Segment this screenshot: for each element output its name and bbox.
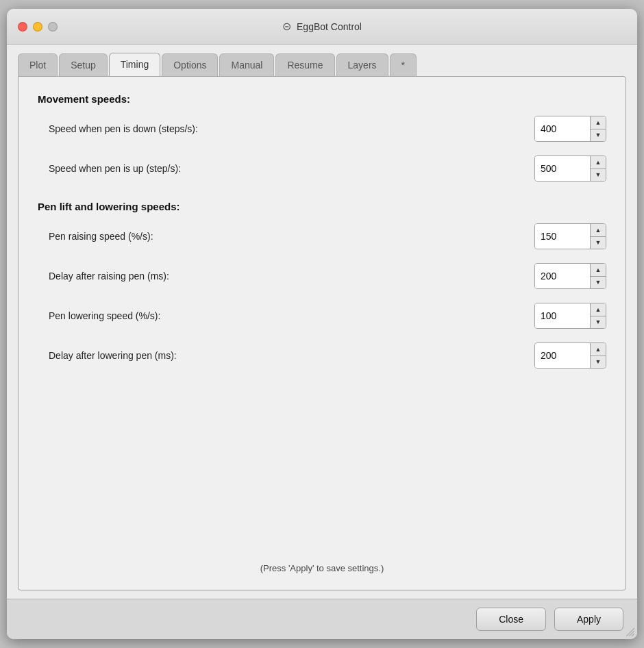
delay-lowering-spinner: ▲ ▼ xyxy=(534,342,606,369)
pen-lowering-speed-spinner: ▲ ▼ xyxy=(534,303,606,329)
app-window: ⊝ EggBot Control Plot Setup Timing Optio… xyxy=(7,9,637,639)
pen-up-speed-buttons: ▲ ▼ xyxy=(590,156,606,181)
delay-lowering-row: Delay after lowering pen (ms): ▲ ▼ xyxy=(38,342,606,369)
pen-raising-speed-row: Pen raising speed (%/s): ▲ ▼ xyxy=(38,223,606,249)
tab-layers[interactable]: Layers xyxy=(336,53,388,76)
pen-lift-speeds-section: Pen lift and lowering speeds: Pen raisin… xyxy=(38,201,606,382)
tab-setup[interactable]: Setup xyxy=(59,53,108,76)
pen-down-speed-spinner: ▲ ▼ xyxy=(534,116,606,142)
timing-panel: Movement speeds: Speed when pen is down … xyxy=(18,76,626,590)
tab-options[interactable]: Options xyxy=(162,53,218,76)
pen-down-speed-down[interactable]: ▼ xyxy=(591,129,606,142)
delay-lowering-up[interactable]: ▲ xyxy=(591,343,606,356)
pen-lowering-speed-down[interactable]: ▼ xyxy=(591,316,606,329)
pen-down-speed-input[interactable] xyxy=(535,116,590,141)
pen-lowering-speed-label: Pen lowering speed (%/s): xyxy=(49,310,160,321)
pen-lowering-speed-input[interactable] xyxy=(535,303,590,328)
pen-down-speed-buttons: ▲ ▼ xyxy=(590,116,606,141)
delay-raising-spinner: ▲ ▼ xyxy=(534,263,606,289)
pen-down-speed-row: Speed when pen is down (steps/s): ▲ ▼ xyxy=(38,116,606,142)
close-button[interactable]: Close xyxy=(476,608,546,631)
delay-lowering-input[interactable] xyxy=(535,343,590,368)
bottom-bar: Close Apply xyxy=(7,599,637,639)
delay-raising-up[interactable]: ▲ xyxy=(591,264,606,277)
pen-raising-speed-down[interactable]: ▼ xyxy=(591,237,606,249)
delay-raising-row: Delay after raising pen (ms): ▲ ▼ xyxy=(38,263,606,289)
hint-text: (Press 'Apply' to save settings.) xyxy=(38,547,606,573)
pen-lowering-speed-row: Pen lowering speed (%/s): ▲ ▼ xyxy=(38,303,606,329)
tab-plot[interactable]: Plot xyxy=(18,53,58,76)
resize-handle[interactable] xyxy=(625,627,634,636)
pen-down-speed-up[interactable]: ▲ xyxy=(591,116,606,129)
pen-up-speed-label: Speed when pen is up (step/s): xyxy=(49,163,181,174)
pen-up-speed-spinner: ▲ ▼ xyxy=(534,155,606,182)
pen-lowering-speed-buttons: ▲ ▼ xyxy=(590,303,606,328)
maximize-traffic-light[interactable] xyxy=(48,22,58,32)
delay-raising-label: Delay after raising pen (ms): xyxy=(49,271,169,282)
delay-raising-input[interactable] xyxy=(535,264,590,288)
pen-raising-speed-up[interactable]: ▲ xyxy=(591,224,606,237)
pen-up-speed-input[interactable] xyxy=(535,156,590,181)
pen-raising-speed-spinner: ▲ ▼ xyxy=(534,223,606,249)
main-content: Plot Setup Timing Options Manual Resume … xyxy=(7,45,637,599)
tab-timing[interactable]: Timing xyxy=(109,53,161,76)
tab-resume[interactable]: Resume xyxy=(275,53,334,76)
movement-speeds-section: Movement speeds: Speed when pen is down … xyxy=(38,93,606,195)
movement-speeds-title: Movement speeds: xyxy=(38,93,606,105)
pen-lowering-speed-up[interactable]: ▲ xyxy=(591,303,606,316)
delay-lowering-label: Delay after lowering pen (ms): xyxy=(49,350,177,361)
pen-raising-speed-input[interactable] xyxy=(535,224,590,249)
minimize-traffic-light[interactable] xyxy=(33,22,42,32)
svg-line-1 xyxy=(629,631,634,636)
tab-manual[interactable]: Manual xyxy=(219,53,274,76)
delay-raising-buttons: ▲ ▼ xyxy=(590,264,606,288)
title-bar: ⊝ EggBot Control xyxy=(7,9,637,45)
window-title: EggBot Control xyxy=(297,21,362,32)
pen-raising-speed-buttons: ▲ ▼ xyxy=(590,224,606,249)
delay-lowering-down[interactable]: ▼ xyxy=(591,356,606,369)
pen-raising-speed-label: Pen raising speed (%/s): xyxy=(49,231,153,242)
apply-button[interactable]: Apply xyxy=(554,608,623,631)
tab-bar: Plot Setup Timing Options Manual Resume … xyxy=(18,53,626,76)
traffic-lights xyxy=(18,22,58,32)
tab-star[interactable]: * xyxy=(390,53,417,76)
title-icon: ⊝ xyxy=(282,20,291,33)
window-title-group: ⊝ EggBot Control xyxy=(282,20,362,33)
pen-up-speed-row: Speed when pen is up (step/s): ▲ ▼ xyxy=(38,155,606,182)
pen-lift-speeds-title: Pen lift and lowering speeds: xyxy=(38,201,606,212)
svg-line-2 xyxy=(632,634,634,636)
pen-up-speed-up[interactable]: ▲ xyxy=(591,156,606,169)
delay-raising-down[interactable]: ▼ xyxy=(591,277,606,289)
delay-lowering-buttons: ▲ ▼ xyxy=(590,343,606,368)
close-traffic-light[interactable] xyxy=(18,22,27,32)
pen-up-speed-down[interactable]: ▼ xyxy=(591,169,606,182)
pen-down-speed-label: Speed when pen is down (steps/s): xyxy=(49,123,198,134)
